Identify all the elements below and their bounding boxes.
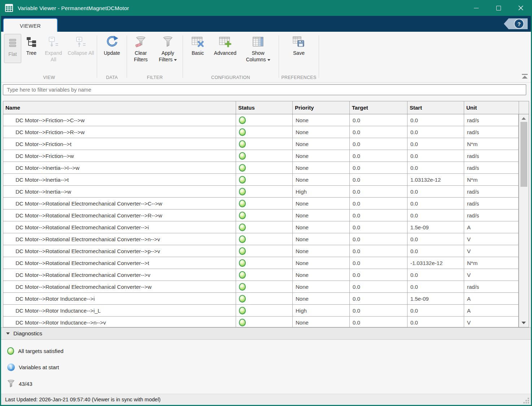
start-cell: 0.0 bbox=[407, 198, 464, 209]
table-row[interactable]: DC Motor-->Friction-->R-->w None 0.0 0.0… bbox=[3, 126, 519, 138]
save-button[interactable]: Save bbox=[287, 32, 310, 57]
filter-count-text: 43/43 bbox=[19, 381, 32, 387]
status-cell bbox=[236, 126, 293, 138]
clear-filters-icon bbox=[135, 36, 147, 48]
table-row[interactable]: DC Motor-->Rotor Inductance-->i None 0.0… bbox=[3, 293, 519, 305]
table-row[interactable]: DC Motor-->Inertia-->w High 0.0 0.0 rad/… bbox=[3, 186, 519, 198]
help-button[interactable]: ? bbox=[504, 18, 528, 29]
status-ok-icon bbox=[239, 224, 246, 231]
start-cell: 0.0 bbox=[407, 317, 464, 327]
priority-cell: None bbox=[293, 245, 350, 257]
priority-cell: None bbox=[293, 269, 350, 281]
status-cell bbox=[236, 269, 293, 281]
minimize-icon bbox=[474, 8, 479, 8]
table-row[interactable]: DC Motor-->Rotational Electromechanical … bbox=[3, 281, 519, 293]
target-cell: 0.0 bbox=[350, 126, 407, 138]
target-cell: 0.0 bbox=[350, 150, 407, 162]
scroll-up-icon[interactable] bbox=[522, 117, 526, 120]
scroll-down-icon[interactable] bbox=[522, 322, 526, 324]
variable-name-cell: DC Motor-->Friction-->C-->w bbox=[3, 114, 236, 126]
expand-all-button[interactable]: Expand All bbox=[42, 32, 65, 63]
table-row[interactable]: DC Motor-->Inertia-->I-->w None 0.0 0.0 … bbox=[3, 162, 519, 174]
table-row[interactable]: DC Motor-->Rotational Electromechanical … bbox=[3, 233, 519, 245]
close-button[interactable] bbox=[510, 0, 532, 16]
ribbon-group-view: Flat Tree bbox=[3, 32, 96, 82]
start-cell: 0.0 bbox=[407, 305, 464, 316]
advanced-button[interactable]: Advanced bbox=[210, 32, 240, 63]
priority-cell: None bbox=[293, 198, 350, 209]
save-label: Save bbox=[293, 50, 305, 57]
table-row[interactable]: DC Motor-->Rotor Inductance-->i_L High 0… bbox=[3, 305, 519, 317]
update-button[interactable]: Update bbox=[99, 32, 125, 57]
filter-bar bbox=[3, 84, 526, 95]
maximize-button[interactable] bbox=[487, 0, 510, 16]
table-row[interactable]: DC Motor-->Inertia-->t None 0.0 1.03132e… bbox=[3, 174, 519, 186]
collapse-all-icon bbox=[75, 36, 87, 47]
flat-button[interactable]: Flat bbox=[4, 34, 21, 63]
table-row[interactable]: DC Motor-->Rotor Inductance-->n-->v None… bbox=[3, 317, 519, 327]
group-label-filter: FILTER bbox=[128, 75, 182, 80]
column-header-status[interactable]: Status bbox=[236, 101, 293, 114]
variable-filter-input[interactable] bbox=[3, 84, 526, 95]
start-cell: 0.0 bbox=[407, 126, 464, 138]
column-header-name[interactable]: Name bbox=[3, 101, 236, 114]
collapse-ribbon-button[interactable] bbox=[521, 74, 529, 79]
unit-cell: A bbox=[464, 293, 519, 304]
tab-viewer[interactable]: VIEWER bbox=[3, 18, 58, 33]
minimize-button[interactable] bbox=[465, 0, 487, 16]
priority-cell: None bbox=[293, 233, 350, 245]
unit-cell: A bbox=[464, 221, 519, 233]
target-cell: 0.0 bbox=[350, 186, 407, 197]
column-header-start[interactable]: Start bbox=[407, 101, 464, 114]
chevron-down-icon bbox=[267, 59, 270, 61]
table-row[interactable]: DC Motor-->Rotational Electromechanical … bbox=[3, 245, 519, 257]
table-row[interactable]: DC Motor-->Rotational Electromechanical … bbox=[3, 198, 519, 209]
apply-filters-button[interactable]: Apply Filters bbox=[156, 32, 180, 63]
variable-name-cell: DC Motor-->Friction-->w bbox=[3, 150, 236, 162]
collapse-all-button[interactable]: Collapse All bbox=[67, 32, 94, 63]
table-row[interactable]: DC Motor-->Rotational Electromechanical … bbox=[3, 221, 519, 233]
column-header-unit[interactable]: Unit bbox=[464, 101, 519, 114]
table-row[interactable]: DC Motor-->Friction-->t None 0.0 0.0 N*m bbox=[3, 138, 519, 150]
priority-cell: None bbox=[293, 174, 350, 185]
expand-all-icon bbox=[48, 36, 59, 47]
tree-label: Tree bbox=[26, 50, 36, 57]
table-row[interactable]: DC Motor-->Rotational Electromechanical … bbox=[3, 209, 519, 221]
diagnostic-item-filter-count: 43/43 bbox=[7, 380, 32, 388]
variable-name-cell: DC Motor-->Rotor Inductance-->i bbox=[3, 293, 236, 304]
diagnostics-header[interactable]: Diagnostics bbox=[1, 327, 531, 340]
column-header-target[interactable]: Target bbox=[350, 101, 407, 114]
variable-name-cell: DC Motor-->Rotational Electromechanical … bbox=[3, 198, 236, 209]
target-cell: 0.0 bbox=[350, 198, 407, 209]
clear-filters-button[interactable]: Clear Filters bbox=[130, 32, 152, 63]
start-cell: 0.0 bbox=[407, 138, 464, 150]
table-row[interactable]: DC Motor-->Friction-->w None 0.0 0.0 rad… bbox=[3, 150, 519, 162]
vertical-scrollbar[interactable] bbox=[519, 114, 529, 327]
column-header-priority[interactable]: Priority bbox=[293, 101, 350, 114]
status-cell bbox=[236, 150, 293, 162]
status-cell bbox=[236, 221, 293, 233]
tree-button[interactable]: Tree bbox=[23, 32, 39, 63]
table-row[interactable]: DC Motor-->Rotational Electromechanical … bbox=[3, 257, 519, 269]
status-ok-icon bbox=[239, 247, 246, 255]
variable-name-cell: DC Motor-->Rotational Electromechanical … bbox=[3, 221, 236, 233]
start-cell: 1.5e-09 bbox=[407, 221, 464, 233]
unit-cell: V bbox=[464, 317, 519, 327]
apply-filters-icon bbox=[162, 36, 174, 48]
table-row[interactable]: DC Motor-->Friction-->C-->w None 0.0 0.0… bbox=[3, 114, 519, 126]
title-bar: Variable Viewer - PermanentMagnetDCMotor bbox=[0, 0, 532, 16]
status-ok-icon bbox=[239, 235, 246, 243]
status-cell bbox=[236, 186, 293, 197]
table-row[interactable]: DC Motor-->Rotational Electromechanical … bbox=[3, 269, 519, 281]
show-columns-button[interactable]: Show Columns bbox=[244, 32, 272, 63]
resize-grip[interactable] bbox=[523, 398, 530, 404]
start-cell: 0.0 bbox=[407, 162, 464, 173]
status-cell bbox=[236, 138, 293, 150]
flat-list-icon bbox=[8, 38, 18, 48]
basic-button[interactable]: Basic bbox=[189, 32, 207, 63]
unit-cell: rad/s bbox=[464, 198, 519, 209]
status-cell bbox=[236, 281, 293, 292]
status-ok-icon bbox=[239, 295, 246, 303]
scrollbar-thumb[interactable] bbox=[520, 122, 527, 187]
priority-cell: None bbox=[293, 317, 350, 327]
